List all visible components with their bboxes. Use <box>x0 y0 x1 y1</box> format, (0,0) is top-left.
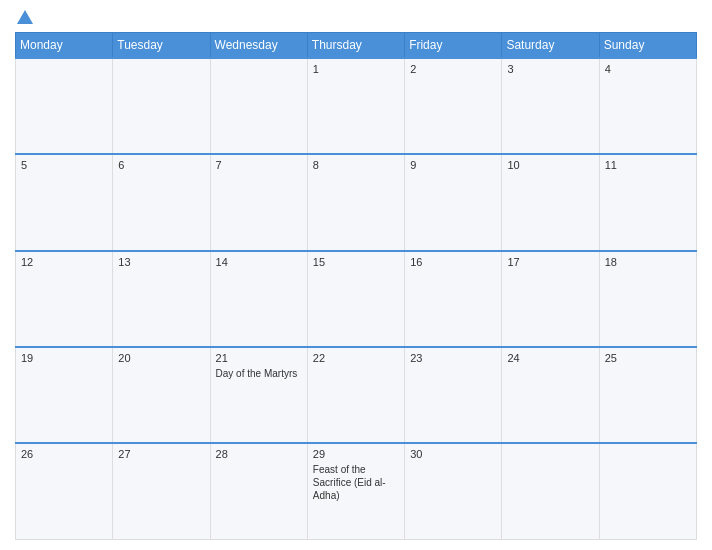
calendar-cell: 1 <box>307 58 404 154</box>
day-number: 28 <box>216 448 302 460</box>
event-label: Feast of the Sacrifice (Eid al-Adha) <box>313 463 399 502</box>
calendar-cell: 7 <box>210 154 307 250</box>
days-header-row: MondayTuesdayWednesdayThursdayFridaySatu… <box>16 33 697 59</box>
day-header-wednesday: Wednesday <box>210 33 307 59</box>
calendar-cell: 19 <box>16 347 113 443</box>
day-number: 5 <box>21 159 107 171</box>
day-number: 29 <box>313 448 399 460</box>
day-number: 24 <box>507 352 593 364</box>
day-number: 16 <box>410 256 496 268</box>
day-number: 11 <box>605 159 691 171</box>
day-number: 23 <box>410 352 496 364</box>
calendar-cell <box>113 58 210 154</box>
day-number: 21 <box>216 352 302 364</box>
day-number: 14 <box>216 256 302 268</box>
day-number: 26 <box>21 448 107 460</box>
calendar-cell: 21Day of the Martyrs <box>210 347 307 443</box>
day-number: 19 <box>21 352 107 364</box>
calendar-cell: 24 <box>502 347 599 443</box>
week-row-5: 26272829Feast of the Sacrifice (Eid al-A… <box>16 443 697 539</box>
header <box>15 10 697 24</box>
calendar-cell: 29Feast of the Sacrifice (Eid al-Adha) <box>307 443 404 539</box>
calendar-cell: 16 <box>405 251 502 347</box>
calendar-cell: 11 <box>599 154 696 250</box>
calendar-cell: 18 <box>599 251 696 347</box>
day-number: 25 <box>605 352 691 364</box>
calendar-cell: 8 <box>307 154 404 250</box>
day-number: 12 <box>21 256 107 268</box>
calendar-cell: 10 <box>502 154 599 250</box>
day-header-sunday: Sunday <box>599 33 696 59</box>
day-number: 17 <box>507 256 593 268</box>
calendar-cell: 22 <box>307 347 404 443</box>
calendar-cell <box>502 443 599 539</box>
calendar-cell: 23 <box>405 347 502 443</box>
calendar-cell: 17 <box>502 251 599 347</box>
day-number: 20 <box>118 352 204 364</box>
calendar-cell: 3 <box>502 58 599 154</box>
day-number: 10 <box>507 159 593 171</box>
day-header-thursday: Thursday <box>307 33 404 59</box>
day-number: 7 <box>216 159 302 171</box>
week-row-1: 1234 <box>16 58 697 154</box>
calendar-cell: 5 <box>16 154 113 250</box>
day-number: 6 <box>118 159 204 171</box>
logo <box>15 10 35 24</box>
day-number: 13 <box>118 256 204 268</box>
calendar-page: MondayTuesdayWednesdayThursdayFridaySatu… <box>0 0 712 550</box>
day-number: 9 <box>410 159 496 171</box>
calendar-cell: 28 <box>210 443 307 539</box>
day-number: 27 <box>118 448 204 460</box>
day-number: 2 <box>410 63 496 75</box>
day-number: 18 <box>605 256 691 268</box>
calendar-cell: 30 <box>405 443 502 539</box>
day-number: 1 <box>313 63 399 75</box>
calendar-cell: 13 <box>113 251 210 347</box>
calendar-cell <box>16 58 113 154</box>
day-header-tuesday: Tuesday <box>113 33 210 59</box>
calendar-cell: 27 <box>113 443 210 539</box>
day-header-monday: Monday <box>16 33 113 59</box>
day-header-friday: Friday <box>405 33 502 59</box>
logo-triangle-icon <box>17 10 33 24</box>
day-number: 4 <box>605 63 691 75</box>
calendar-table: MondayTuesdayWednesdayThursdayFridaySatu… <box>15 32 697 540</box>
calendar-cell: 4 <box>599 58 696 154</box>
week-row-3: 12131415161718 <box>16 251 697 347</box>
day-number: 22 <box>313 352 399 364</box>
event-label: Day of the Martyrs <box>216 367 302 380</box>
calendar-cell: 14 <box>210 251 307 347</box>
calendar-cell: 6 <box>113 154 210 250</box>
calendar-cell <box>599 443 696 539</box>
week-row-4: 192021Day of the Martyrs22232425 <box>16 347 697 443</box>
calendar-cell: 25 <box>599 347 696 443</box>
day-number: 30 <box>410 448 496 460</box>
calendar-cell: 20 <box>113 347 210 443</box>
calendar-cell: 2 <box>405 58 502 154</box>
day-header-saturday: Saturday <box>502 33 599 59</box>
week-row-2: 567891011 <box>16 154 697 250</box>
calendar-cell: 12 <box>16 251 113 347</box>
calendar-cell: 15 <box>307 251 404 347</box>
day-number: 15 <box>313 256 399 268</box>
calendar-cell: 9 <box>405 154 502 250</box>
calendar-cell <box>210 58 307 154</box>
day-number: 3 <box>507 63 593 75</box>
calendar-cell: 26 <box>16 443 113 539</box>
day-number: 8 <box>313 159 399 171</box>
